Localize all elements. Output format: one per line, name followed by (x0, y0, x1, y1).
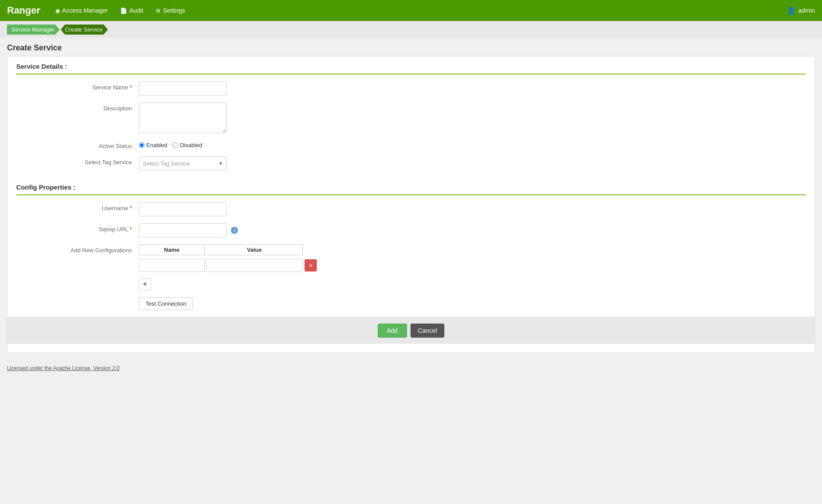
form-footer-bar: Add Cancel (7, 317, 815, 344)
info-icon: i (231, 227, 238, 234)
user-menu[interactable]: 👤 admin (787, 7, 815, 15)
delete-config-row-button[interactable]: × (305, 259, 317, 271)
sqoop-url-label: Sqoop URL * (16, 223, 139, 233)
config-name-input[interactable] (139, 259, 205, 272)
user-icon: 👤 (787, 7, 796, 15)
test-connection-spacer (16, 297, 139, 300)
disabled-radio[interactable] (173, 142, 178, 148)
config-table-header: Name Value (139, 244, 317, 255)
add-new-configurations-label: Add New Configurations (16, 244, 139, 254)
add-button[interactable]: Add (378, 324, 407, 338)
select-tag-service-group: Select Tag Service Select Tag Service ▼ (7, 156, 815, 170)
cancel-button[interactable]: Cancel (411, 324, 445, 338)
config-properties-divider (16, 194, 806, 195)
page-title: Create Service (0, 38, 822, 56)
enabled-radio[interactable] (139, 142, 145, 148)
nav-access-manager[interactable]: ◉ Access Manager (49, 0, 114, 21)
service-name-input[interactable] (139, 81, 227, 95)
file-icon: 📄 (120, 7, 127, 14)
username-group: Username * (7, 202, 815, 216)
add-config-row-button[interactable]: + (139, 278, 151, 290)
active-status-label: Active Status (16, 140, 139, 149)
active-status-radios: Enabled Disabled (139, 140, 202, 148)
service-name-group: Service Name * (7, 81, 815, 95)
config-value-input[interactable] (206, 259, 303, 272)
description-group: Description (7, 102, 815, 133)
config-value-col-header: Value (206, 244, 303, 255)
sqoop-url-group: Sqoop URL * i (7, 223, 815, 237)
disabled-radio-label[interactable]: Disabled (173, 142, 202, 148)
test-connection-group: Test Connection (7, 297, 815, 310)
enabled-radio-label[interactable]: Enabled (139, 142, 167, 148)
test-connection-button[interactable]: Test Connection (139, 297, 193, 310)
config-row: × (139, 259, 317, 272)
shield-icon: ◉ (55, 7, 60, 14)
sqoop-url-field-wrapper: i (139, 223, 238, 237)
brand-logo[interactable]: Ranger (7, 5, 40, 16)
page-footer: Licensed under the Apache License, Versi… (0, 360, 822, 377)
add-new-configurations-group: Add New Configurations Name Value × + (7, 244, 815, 290)
navbar: Ranger ◉ Access Manager 📄 Audit ⚙ Settin… (0, 0, 822, 21)
breadcrumb-root[interactable]: Service Manager (7, 25, 60, 35)
service-details-divider (16, 74, 806, 74)
service-name-label: Service Name * (16, 81, 139, 91)
username-label: Username * (16, 202, 139, 211)
select-tag-service-dropdown[interactable]: Select Tag Service (139, 156, 227, 170)
config-name-col-header: Name (139, 244, 205, 255)
breadcrumb-current: Create Service (60, 25, 108, 35)
nav-settings[interactable]: ⚙ Settings (149, 0, 191, 21)
add-row-container: + (139, 278, 317, 290)
breadcrumb: Service Manager Create Service (0, 21, 822, 38)
select-tag-service-label: Select Tag Service (16, 156, 139, 166)
main-form-container: Service Details : Service Name * Descrip… (7, 56, 815, 353)
active-status-group: Active Status Enabled Disabled (7, 140, 815, 149)
description-input[interactable] (139, 102, 227, 133)
config-table: Name Value × + (139, 244, 317, 290)
select-tag-service-wrapper: Select Tag Service ▼ (139, 156, 227, 170)
config-properties-header: Config Properties : (7, 177, 815, 191)
service-details-header: Service Details : (7, 56, 815, 70)
username-input[interactable] (139, 202, 227, 216)
sqoop-url-input[interactable] (139, 223, 227, 237)
gear-icon: ⚙ (156, 7, 161, 14)
license-link[interactable]: Licensed under the Apache License, Versi… (7, 365, 120, 371)
description-label: Description (16, 102, 139, 112)
nav-audit[interactable]: 📄 Audit (114, 0, 149, 21)
